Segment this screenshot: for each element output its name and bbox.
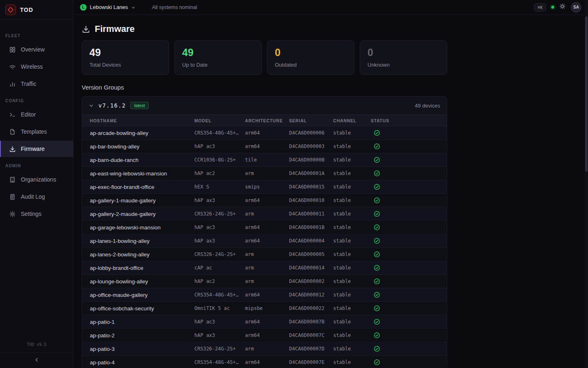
sidebar-item-organizations[interactable]: Organizations [0, 171, 73, 188]
user-avatar[interactable]: SA [571, 2, 581, 13]
check-circle-icon [371, 238, 447, 244]
chevron-down-icon [131, 5, 136, 10]
cell-model: CRS354-48G-4S+… [194, 130, 245, 136]
cell-channel: stable [333, 265, 371, 271]
document-icon [9, 193, 16, 200]
cell-model: OmniTIK 5 ac [194, 305, 245, 311]
cell-channel: stable [333, 184, 371, 190]
cell-architecture: arm64 [245, 359, 289, 365]
cell-serial: D4CA6D00007B [289, 319, 333, 325]
cell-hostname: ap-gallery-2-maude-gallery [90, 211, 194, 217]
table-row[interactable]: ap-gallery-2-maude-galleryCRS326-24G-2S+… [82, 207, 447, 221]
sidebar-item-wireless[interactable]: Wireless [0, 58, 73, 75]
version-group-header[interactable]: v7.16.2 latest 49 devices [82, 96, 447, 114]
cell-serial: D4CA6D00001A [289, 171, 333, 176]
cell-architecture: arm64 [245, 332, 289, 338]
device-count: 49 devices [415, 103, 440, 109]
cell-channel: stable [333, 211, 371, 217]
table-row[interactable]: ap-lanes-2-bowling-alleyCRS326-24G-2S+ar… [82, 248, 447, 261]
column-header-channel: CHANNEL [333, 118, 371, 123]
app-root: TOD FLEET Overview Wireless Traffic CONF… [0, 0, 588, 368]
cell-serial: D4CA6D00007C [289, 332, 333, 338]
cell-model: cAP ac [194, 265, 245, 271]
check-circle-icon [371, 305, 447, 312]
scrollbar-thumb[interactable] [585, 16, 588, 172]
cell-channel: stable [333, 224, 371, 230]
table-row[interactable]: ap-bar-bowling-alleyhAP ac3arm64D4CA6D00… [82, 140, 447, 153]
stat-card-outdated: 0 Outdated [267, 40, 354, 75]
table-row[interactable]: ap-arcade-bowling-alleyCRS354-48G-4S+…ar… [82, 126, 447, 140]
cell-architecture: arm64 [245, 197, 289, 203]
table-row[interactable]: ap-lanes-1-bowling-alleyhAP ax3arm64D4CA… [82, 234, 447, 248]
cell-hostname: ap-lobby-brandt-office [90, 265, 194, 271]
table-row[interactable]: ap-east-wing-lebowski-mansionhAP ac2armD… [82, 167, 447, 180]
cell-hostname: ap-lounge-bowling-alley [90, 278, 194, 285]
cell-serial: D4CA6D000006 [289, 130, 333, 136]
table-row[interactable]: ap-garage-lebowski-mansionhAP ac3arm64D4… [82, 221, 447, 234]
cell-channel: stable [333, 292, 371, 298]
cell-serial: D4CA6D000015 [289, 184, 333, 190]
column-header-hostname: HOSTNAME [90, 118, 194, 123]
nav-section-label-admin: ADMIN [0, 164, 73, 168]
table-row[interactable]: ap-patio-3CRS326-24G-2S+armD4CA6D00007Ds… [82, 342, 447, 356]
stat-label: Up to Date [182, 62, 254, 68]
cell-channel: stable [333, 305, 371, 311]
check-circle-icon [371, 211, 447, 217]
app-logo[interactable]: TOD [0, 0, 73, 20]
latest-badge: latest [130, 102, 148, 109]
cell-architecture: arm64 [245, 144, 289, 149]
org-switcher[interactable]: L Lebowski Lanes [80, 4, 136, 11]
chevron-down-icon[interactable] [89, 103, 94, 108]
cell-channel: stable [333, 238, 371, 244]
nav-item-label: Organizations [21, 176, 56, 183]
nav-item-label: Traffic [21, 81, 36, 87]
sidebar-item-audit-log[interactable]: Audit Log [0, 188, 73, 205]
table-row[interactable]: ap-patio-4CRS354-48G-4S+…arm64D4CA6D0000… [82, 356, 447, 368]
sidebar-item-overview[interactable]: Overview [0, 41, 73, 58]
nav-item-label: Editor [21, 111, 36, 118]
check-circle-icon [371, 224, 447, 231]
cell-serial: D4CA6D000010 [289, 197, 333, 203]
command-palette-button[interactable]: ⌘K [534, 3, 546, 11]
stat-value: 49 [89, 47, 161, 58]
scrollbar-track[interactable] [585, 0, 588, 368]
table-row[interactable]: ap-exec-floor-brandt-officehEX SsmipsD4C… [82, 180, 447, 194]
check-circle-icon [371, 143, 447, 150]
table-row[interactable]: ap-patio-2hAP ax3arm64D4CA6D00007Cstable [82, 329, 447, 342]
download-icon [82, 25, 90, 34]
table-row[interactable]: ap-patio-1hAP ac3arm64D4CA6D00007Bstable [82, 315, 447, 329]
nav-item-label: Wireless [21, 63, 43, 70]
app-name: TOD [20, 7, 33, 13]
table-row[interactable]: ap-office-maude-galleryCRS354-48G-4S+…ar… [82, 288, 447, 302]
check-circle-icon [371, 130, 447, 136]
table-row[interactable]: ap-barn-dude-ranchCCR1036-8G-2S+tileD4CA… [82, 153, 447, 167]
cell-model: CRS354-48G-4S+… [194, 292, 245, 298]
wifi-icon [9, 63, 16, 70]
table-row[interactable]: ap-gallery-1-maude-galleryhAP ax3arm64D4… [82, 194, 447, 207]
sidebar-item-settings[interactable]: Settings [0, 206, 73, 222]
nav-item-label: Audit Log [21, 193, 45, 200]
table-row[interactable]: ap-lounge-bowling-alleyhAP ac2armD4CA6D0… [82, 275, 447, 288]
sidebar-item-editor[interactable]: Editor [0, 106, 73, 123]
download-icon [9, 146, 16, 153]
sidebar-collapse-button[interactable] [0, 352, 73, 368]
sidebar-item-templates[interactable]: Templates [0, 123, 73, 140]
file-icon [9, 128, 16, 135]
cell-hostname: ap-east-wing-lebowski-mansion [90, 171, 194, 177]
cell-architecture: arm [245, 346, 289, 352]
table-row[interactable]: ap-lobby-brandt-officecAP acarmD4CA6D000… [82, 261, 447, 275]
app-version: TOD v9.5 [0, 342, 73, 352]
cell-serial: D4CA6D000002 [289, 278, 333, 284]
stat-card-up-to-date: 49 Up to Date [174, 40, 262, 75]
table-row[interactable]: ap-office-sobchak-securityOmniTIK 5 acmi… [82, 302, 447, 315]
cell-hostname: ap-exec-floor-brandt-office [90, 184, 194, 190]
sidebar-item-firmware[interactable]: Firmware [0, 141, 73, 157]
grid-icon [9, 46, 16, 53]
cell-hostname: ap-bar-bowling-alley [90, 144, 194, 150]
sidebar-item-traffic[interactable]: Traffic [0, 76, 73, 92]
cell-serial: D4CA6D000014 [289, 265, 333, 271]
theme-toggle-button[interactable] [559, 3, 566, 11]
cell-model: hAP ax3 [194, 197, 245, 203]
cell-hostname: ap-patio-4 [90, 359, 194, 366]
logo-icon [5, 4, 16, 15]
